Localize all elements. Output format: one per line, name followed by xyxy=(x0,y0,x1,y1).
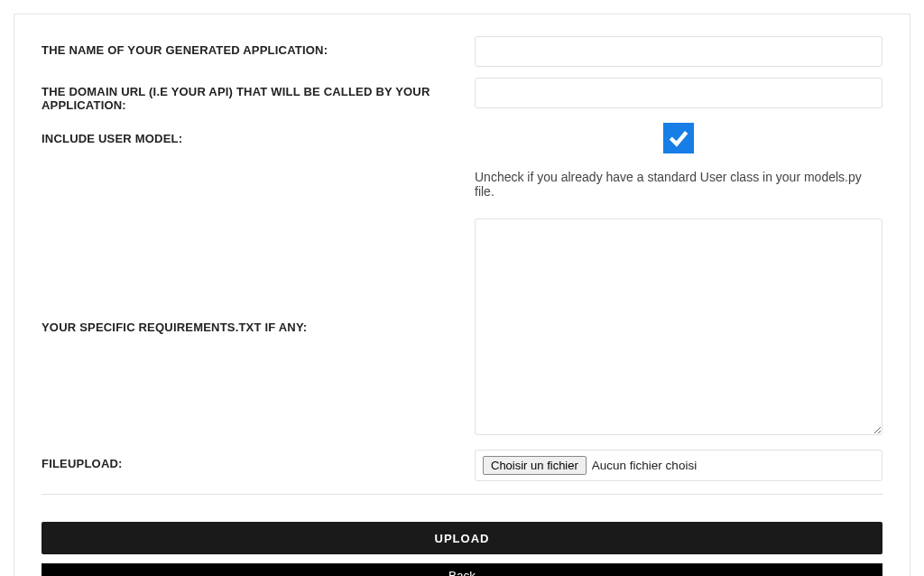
include-user-help-text: Uncheck if you already have a standard U… xyxy=(475,170,882,199)
upload-form: The name of your generated application: … xyxy=(14,14,910,576)
back-button[interactable]: Back xyxy=(42,563,882,576)
upload-button[interactable]: Upload xyxy=(42,522,882,554)
fileupload-control: Choisir un fichier Aucun fichier choisi xyxy=(475,450,882,481)
requirements-control xyxy=(475,218,882,439)
include-user-checkbox[interactable] xyxy=(663,123,694,153)
fileupload-box: Choisir un fichier Aucun fichier choisi xyxy=(475,450,882,481)
include-user-checkbox-cell: Uncheck if you already have a standard U… xyxy=(475,123,882,199)
app-name-input[interactable] xyxy=(475,36,882,67)
include-user-control: Uncheck if you already have a standard U… xyxy=(475,123,882,199)
domain-url-control xyxy=(475,78,882,108)
app-name-control xyxy=(475,36,882,67)
fileupload-row: Fileupload: Choisir un fichier Aucun fic… xyxy=(42,450,882,481)
form-divider xyxy=(42,494,882,495)
requirements-textarea[interactable] xyxy=(475,218,882,435)
include-user-row: Include User model: Uncheck if you alrea… xyxy=(42,123,882,199)
include-user-label: Include User model: xyxy=(42,123,475,145)
file-status-text: Aucun fichier choisi xyxy=(592,459,697,472)
app-name-row: The name of your generated application: xyxy=(42,36,882,67)
domain-url-input[interactable] xyxy=(475,78,882,108)
checkmark-icon xyxy=(667,126,690,150)
domain-url-label: The domain URL (i.e your API) that will … xyxy=(42,78,475,112)
domain-url-row: The domain URL (i.e your API) that will … xyxy=(42,78,882,112)
fileupload-label: Fileupload: xyxy=(42,450,475,470)
choose-file-button[interactable]: Choisir un fichier xyxy=(483,456,587,475)
requirements-label: Your specific requirements.txt if any: xyxy=(42,218,475,435)
app-name-label: The name of your generated application: xyxy=(42,36,475,57)
requirements-row: Your specific requirements.txt if any: xyxy=(42,218,882,439)
